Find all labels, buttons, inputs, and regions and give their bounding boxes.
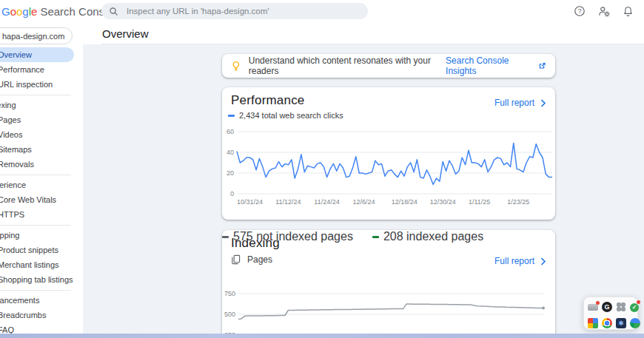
- svg-text:0: 0: [230, 190, 234, 197]
- g-logo-extension-icon[interactable]: [602, 302, 612, 312]
- svg-text:12/18/24: 12/18/24: [392, 198, 417, 206]
- svg-text:500: 500: [224, 311, 235, 318]
- not-indexed-legend-dash: [222, 236, 229, 238]
- sidebar-item-breadcrumbs[interactable]: Breadcrumbs: [0, 308, 83, 322]
- svg-text:11/12/24: 11/12/24: [275, 198, 301, 206]
- svg-text:1/11/25: 1/11/25: [469, 198, 490, 206]
- app-header: Google Search Console ?: [0, 0, 644, 22]
- performance-card-title: Performance: [231, 93, 305, 108]
- sidebar-nav: OverviewPerformanceURL inspectionIndexin…: [0, 47, 83, 337]
- sidebar-section-enhancements: Enhancements: [0, 293, 83, 308]
- svg-text:12/6/24: 12/6/24: [352, 198, 375, 206]
- lightbulb-icon: [231, 60, 241, 72]
- user-settings-icon: [597, 5, 611, 17]
- svg-text:10/31/24: 10/31/24: [237, 198, 263, 206]
- svg-text:60: 60: [227, 128, 234, 135]
- user-settings-button[interactable]: [597, 5, 611, 17]
- gear-app-icon[interactable]: [616, 318, 626, 328]
- indexing-full-report-link[interactable]: Full report: [494, 256, 546, 266]
- help-icon: ?: [574, 5, 586, 17]
- sidebar-item-videos[interactable]: Videos: [0, 127, 83, 142]
- indexed-legend-dash: [372, 236, 379, 238]
- sidebar: hapa-design.com OverviewPerformanceURL i…: [0, 22, 83, 338]
- sidebar-item-url-inspection[interactable]: URL inspection: [0, 77, 83, 92]
- svg-text:11/24/24: 11/24/24: [314, 198, 339, 206]
- search-input[interactable]: [125, 6, 360, 16]
- chrome-icon[interactable]: [602, 318, 612, 328]
- google-search-console-app: Google Search Console ?: [0, 0, 644, 338]
- page-title: Overview: [102, 27, 149, 40]
- update-check-icon[interactable]: [630, 303, 639, 312]
- sidebar-section-experience: Experience: [0, 178, 83, 192]
- clicks-legend-dash: [228, 115, 235, 117]
- performance-legend: 2,434 total web search clicks: [228, 111, 343, 120]
- svg-text:750: 750: [224, 290, 235, 297]
- sidebar-item-sitemaps[interactable]: Sitemaps: [0, 142, 83, 157]
- taskbar-top-edge: [0, 334, 644, 338]
- color-grid-extension-icon[interactable]: [588, 318, 598, 328]
- bell-icon: [623, 5, 634, 17]
- indexing-card-title: Indexing: [231, 236, 280, 251]
- globe-app-icon[interactable]: [630, 318, 640, 328]
- svg-text:12/30/24: 12/30/24: [430, 198, 456, 206]
- indexing-line-chart[interactable]: 250500750: [222, 290, 554, 338]
- sidebar-item-merchant-listings[interactable]: Merchant listings: [0, 257, 83, 272]
- performance-full-report-link[interactable]: Full report: [494, 98, 546, 108]
- sidebar-item-removals[interactable]: Removals: [0, 157, 83, 172]
- svg-text:?: ?: [578, 7, 582, 15]
- external-link-icon: [538, 61, 546, 70]
- sidebar-item-product-snippets[interactable]: Product snippets: [0, 243, 83, 257]
- system-tray-overflow: [583, 297, 638, 330]
- chevron-right-icon: [540, 99, 546, 107]
- url-inspection-searchbar[interactable]: [101, 3, 368, 19]
- svg-text:40: 40: [227, 149, 234, 156]
- property-selector-value: hapa-design.com: [2, 32, 64, 41]
- sidebar-item-pages[interactable]: Pages: [0, 112, 83, 127]
- property-selector[interactable]: hapa-design.com: [0, 27, 73, 44]
- pages-copy-icon: [231, 254, 241, 265]
- sidebar-divider: [0, 290, 71, 291]
- performance-line-chart[interactable]: 020406010/31/2411/12/2411/24/2412/6/2412…: [222, 127, 554, 210]
- indexing-pages-row: Pages: [231, 254, 272, 265]
- indexing-card: Indexing Pages Full report 575 not index…: [222, 230, 555, 338]
- sidebar-item-https[interactable]: HTTPS: [0, 207, 83, 222]
- title-divider: [101, 44, 644, 44]
- insights-banner: Understand which content resonates with …: [222, 54, 555, 78]
- sidebar-item-overview[interactable]: Overview: [0, 47, 74, 62]
- sidebar-item-core-web-vitals[interactable]: Core Web Vitals: [0, 192, 83, 207]
- sidebar-divider: [0, 175, 71, 175]
- search-console-insights-link[interactable]: Search Console Insights: [446, 55, 546, 76]
- chevron-right-icon: [540, 257, 546, 266]
- google-logo-wordmark: Google: [1, 5, 37, 18]
- chevron-down-icon: [64, 34, 65, 38]
- sidebar-item-shopping-tab-listings[interactable]: Shopping tab listings: [0, 272, 83, 287]
- search-icon: [109, 7, 118, 16]
- banner-text: Understand which content resonates with …: [249, 55, 446, 76]
- sidebar-section-shopping: Shopping: [0, 228, 83, 243]
- sidebar-section-indexing: Indexing: [0, 98, 83, 112]
- sidebar-divider: [0, 95, 71, 95]
- notifications-button[interactable]: [623, 5, 634, 17]
- sidebar-item-performance[interactable]: Performance: [0, 62, 83, 77]
- svg-text:20: 20: [227, 169, 234, 177]
- indexed-legend: 208 indexed pages: [372, 230, 483, 243]
- header-icons: ?: [574, 0, 634, 22]
- help-button[interactable]: ?: [574, 5, 586, 17]
- truck-extension-icon[interactable]: [588, 304, 598, 311]
- performance-card: Performance Full report 2,434 total web …: [222, 87, 555, 220]
- clover-extension-icon[interactable]: [616, 302, 626, 312]
- svg-text:1/23/25: 1/23/25: [507, 198, 529, 206]
- sidebar-divider: [0, 225, 71, 226]
